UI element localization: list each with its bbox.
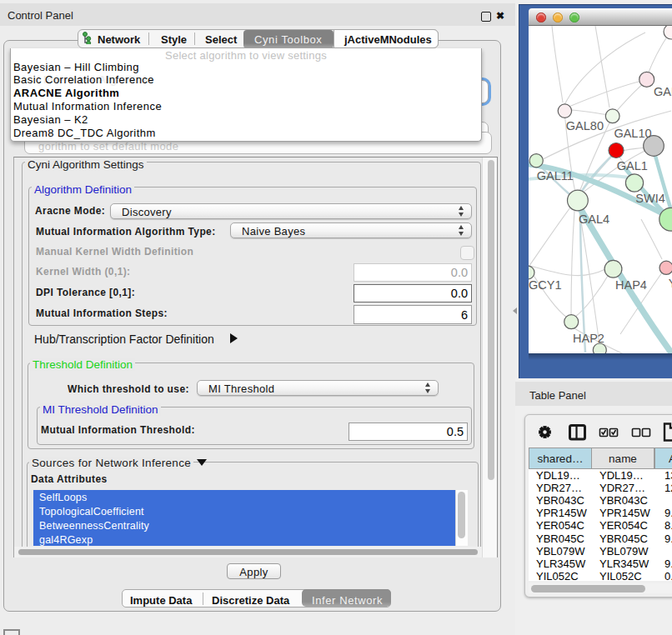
svg-text:GAL80: GAL80 (565, 119, 603, 132)
svg-text:GAL: GAL (654, 85, 672, 98)
svg-text:GAL1: GAL1 (616, 159, 647, 172)
svg-text:GAL4: GAL4 (579, 212, 609, 226)
svg-text:GCY1: GCY1 (529, 278, 562, 292)
svg-text:Y: Y (668, 277, 672, 290)
svg-text:HAP4: HAP4 (615, 278, 647, 292)
svg-text:SWI4: SWI4 (635, 192, 664, 205)
svg-text:GAL10: GAL10 (614, 127, 651, 140)
svg-text:GAL11: GAL11 (536, 169, 573, 182)
svg-text:HAP2: HAP2 (573, 332, 604, 345)
